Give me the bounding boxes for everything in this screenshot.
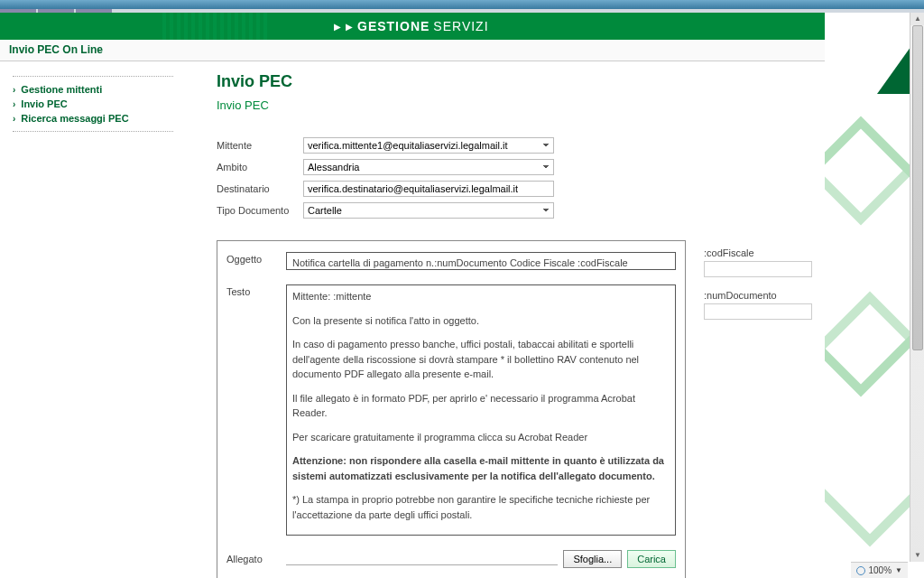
ambito-label: Ambito (217, 162, 303, 172)
sidebar-item-invio-pec[interactable]: › Invio PEC (13, 97, 173, 111)
testo-line: Mittente: :mittente (292, 289, 670, 304)
destinatario-input[interactable] (303, 181, 554, 197)
tipodoc-select[interactable]: Cartelle (303, 202, 554, 219)
allegato-label: Allegato (226, 554, 277, 564)
scroll-up-icon[interactable]: ▲ (910, 13, 924, 25)
breadcrumb: Invio PEC On Line (0, 40, 924, 61)
brand-text: GESTIONE (357, 19, 430, 33)
brand-text: SERVIZI (433, 19, 488, 33)
allegato-path (286, 553, 558, 565)
template-vars: :codFiscale :numDocumento (704, 247, 830, 332)
sidebar: › Gestione mittenti › Invio PEC › Ricerc… (0, 61, 180, 578)
sidebar-item-ricerca-messaggi[interactable]: › Ricerca messaggi PEC (13, 111, 173, 126)
scrollbar-thumb[interactable] (912, 25, 923, 350)
scroll-down-icon[interactable]: ▼ (910, 549, 924, 562)
codfiscale-input[interactable] (704, 261, 812, 277)
testo-line-bold: Attenzione: non rispondere alla casella … (292, 453, 670, 483)
app-header: ▶ ▶ GESTIONE SERVIZI (0, 13, 924, 40)
destinatario-label: Destinatario (217, 183, 303, 194)
testo-field[interactable]: Mittente: :mittente Con la presente si n… (286, 284, 676, 536)
testo-line: Con la presente si notifica l'atto in og… (292, 313, 670, 329)
page-title: Invio PEC (217, 72, 924, 91)
numdocumento-input[interactable] (704, 303, 812, 320)
oggetto-label: Oggetto (226, 252, 277, 265)
testo-line: Il file allegato è in formato PDF, per a… (292, 391, 670, 421)
ambito-select[interactable]: Alessandria (303, 159, 554, 175)
testo-label: Testo (226, 284, 277, 297)
testo-line: *) La stampa in proprio potrebbe non gar… (292, 492, 670, 522)
codfiscale-label: :codFiscale (704, 247, 830, 258)
breadcrumb-title: Invio PEC On Line (9, 43, 103, 56)
mittente-label: Mittente (217, 140, 303, 151)
play-icon: ▶ (334, 22, 342, 32)
sidebar-item-gestione-mittenti[interactable]: › Gestione mittenti (13, 82, 173, 97)
chevron-down-icon[interactable]: ▼ (895, 566, 902, 574)
chevron-right-icon: › (13, 114, 15, 124)
testo-line: In caso di pagamento presso banche, uffi… (292, 337, 670, 382)
carica-button[interactable]: Carica (627, 550, 676, 568)
play-icon: ▶ (346, 22, 354, 32)
oggetto-field[interactable]: Notifica cartella di pagamento n.:numDoc… (286, 252, 676, 270)
sidebar-item-label: Gestione mittenti (21, 84, 102, 95)
sidebar-item-label: Ricerca messaggi PEC (21, 113, 128, 124)
window-titlebar (0, 0, 924, 9)
zoom-level[interactable]: 100% (869, 565, 892, 575)
chevron-right-icon: › (13, 99, 15, 109)
numdocumento-label: :numDocumento (704, 290, 830, 301)
content-area: Invio PEC Invio PEC Mittente verifica.mi… (180, 61, 924, 578)
sfoglia-button[interactable]: Sfoglia... (563, 550, 622, 568)
page-subtitle: Invio PEC (217, 98, 924, 112)
sidebar-item-label: Invio PEC (21, 98, 67, 109)
globe-icon (856, 566, 865, 575)
testo-line: Per scaricare gratuitamente il programma… (292, 430, 670, 445)
status-bar: 100% ▼ (851, 562, 909, 578)
vertical-scrollbar[interactable]: ▲ ▼ (910, 13, 924, 562)
message-panel: Oggetto Notifica cartella di pagamento n… (217, 240, 686, 578)
mittente-select[interactable]: verifica.mittente1@equitaliaservizi.lega… (303, 137, 554, 154)
tipodoc-label: Tipo Documento (217, 205, 303, 216)
chevron-right-icon: › (13, 85, 15, 95)
